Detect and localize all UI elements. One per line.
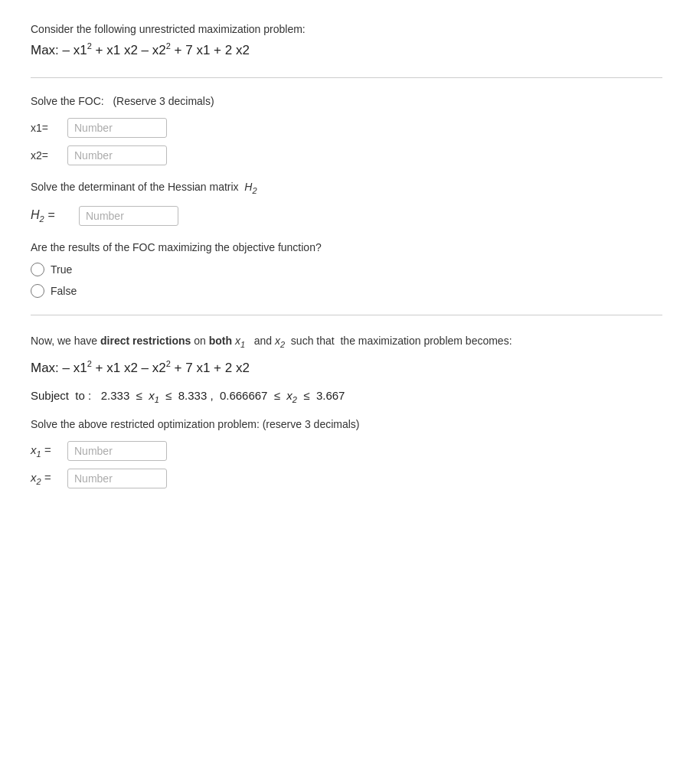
restricted-intro: Now, we have direct restrictions on both… [31, 332, 662, 351]
restricted-x1-row: x1 = [31, 441, 662, 461]
restricted-x1-input[interactable] [67, 441, 167, 461]
x1-input-row: x1= [31, 118, 662, 138]
max-label: Max: – x12 + x1 x2 – x22 + 7 x1 + 2 x2 [31, 43, 250, 57]
divider-2 [31, 315, 662, 315]
subject-to: Subject to : 2.333 ≤ x1 ≤ 8.333 , 0.6666… [31, 385, 662, 408]
true-radio[interactable] [31, 263, 44, 276]
restricted-objective: Max: – x12 + x1 x2 – x22 + 7 x1 + 2 x2 [31, 358, 662, 378]
true-option[interactable]: True [31, 263, 662, 276]
divider-1 [31, 77, 662, 78]
x2-input[interactable] [67, 145, 167, 165]
foc-section: Solve the FOC: (Reserve 3 decimals) x1= … [31, 95, 662, 165]
foc-question-text: Are the results of the FOC maximizing th… [31, 241, 662, 253]
objective-formula: Max: – x12 + x1 x2 – x22 + 7 x1 + 2 x2 [31, 40, 662, 60]
solve-restricted-label: Solve the above restricted optimization … [31, 418, 662, 430]
bold-direct-restrictions: direct restrictions [100, 335, 191, 347]
h2-label: H2 = [31, 208, 73, 224]
x2-math: x2 [275, 335, 285, 347]
false-radio[interactable] [31, 284, 44, 298]
false-label[interactable]: False [51, 285, 77, 297]
hessian-title: Solve the determinant of the Hessian mat… [31, 181, 662, 195]
restricted-x1-label: x1 = [31, 443, 61, 459]
hessian-section: Solve the determinant of the Hessian mat… [31, 181, 662, 226]
foc-title: Solve the FOC: (Reserve 3 decimals) [31, 95, 662, 107]
h2-input-row: H2 = [31, 206, 662, 226]
intro-section: Consider the following unrestricted maxi… [31, 23, 662, 60]
restricted-x2-label: x2 = [31, 471, 61, 486]
intro-text: Consider the following unrestricted maxi… [31, 23, 662, 35]
restricted-x2-input[interactable] [67, 469, 167, 488]
true-label[interactable]: True [51, 263, 72, 276]
foc-question-section: Are the results of the FOC maximizing th… [31, 241, 662, 298]
x2-input-row: x2= [31, 145, 662, 165]
restricted-section: Now, we have direct restrictions on both… [31, 332, 662, 488]
x1-input[interactable] [67, 118, 167, 138]
false-option[interactable]: False [31, 284, 662, 298]
x1-math: x1 [235, 335, 245, 347]
x1-label: x1= [31, 122, 61, 134]
x2-label: x2= [31, 149, 61, 162]
h2-input[interactable] [79, 206, 178, 226]
bold-both: both [209, 335, 232, 347]
restricted-x2-row: x2 = [31, 469, 662, 488]
